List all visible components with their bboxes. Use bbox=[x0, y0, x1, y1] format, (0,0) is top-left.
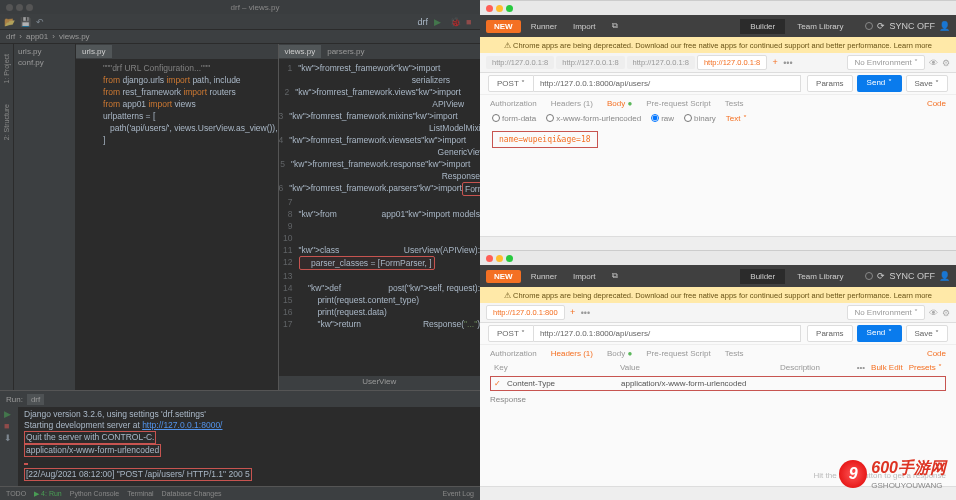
request-tab[interactable]: http://127.0.0.1:8 bbox=[556, 56, 624, 69]
url-input[interactable]: http://127.0.0.1:8000/api/users/ bbox=[534, 75, 801, 92]
new-window-icon[interactable]: ⧉ bbox=[606, 19, 624, 33]
sync-status[interactable]: ⟳SYNC OFF👤 bbox=[865, 21, 950, 31]
pm-titlebar bbox=[480, 251, 956, 265]
params-button[interactable]: Params bbox=[807, 75, 853, 92]
event-log[interactable]: Event Log bbox=[442, 490, 474, 497]
status-bar: TODO ▶ 4: Run Python Console Terminal Da… bbox=[0, 486, 480, 500]
window-controls[interactable] bbox=[6, 4, 33, 11]
run-tool[interactable]: ▶ 4: Run bbox=[34, 490, 62, 498]
more-tabs[interactable]: ••• bbox=[783, 58, 792, 68]
runner-button[interactable]: Runner bbox=[525, 20, 563, 33]
editor-tab[interactable]: urls.py bbox=[76, 45, 112, 58]
params-button[interactable]: Params bbox=[807, 325, 853, 342]
request-tab[interactable]: http://127.0.0.1:8 bbox=[697, 55, 767, 70]
structure-tool-tab[interactable]: 2: Structure bbox=[3, 104, 10, 140]
request-tabs: http://127.0.0.1:800 + ••• No Environmen… bbox=[480, 303, 956, 323]
request-tab[interactable]: http://127.0.0.1:800 bbox=[486, 305, 565, 320]
rerun-icon[interactable]: ▶ bbox=[4, 409, 14, 419]
add-tab-button[interactable]: + bbox=[567, 307, 579, 319]
radio-urlencoded[interactable]: x-www-form-urlencoded bbox=[546, 114, 641, 123]
auth-tab[interactable]: Authorization bbox=[490, 349, 537, 358]
run-config-tab[interactable]: drf bbox=[27, 394, 44, 405]
editor-right[interactable]: views.py parsers.py 1"kw">from rest_fram… bbox=[279, 44, 481, 390]
new-button[interactable]: NEW bbox=[486, 20, 521, 33]
breadcrumb[interactable]: drf › app01 › views.py bbox=[0, 30, 480, 44]
console-output[interactable]: Django version 3.2.6, using settings 'dr… bbox=[18, 407, 480, 486]
team-library-tab[interactable]: Team Library bbox=[787, 269, 853, 284]
python-console-tool[interactable]: Python Console bbox=[70, 490, 119, 497]
body-tab[interactable]: Body ● bbox=[607, 99, 632, 108]
headers-tab[interactable]: Headers (1) bbox=[551, 99, 593, 108]
import-button[interactable]: Import bbox=[567, 270, 602, 283]
project-tree[interactable]: urls.py conf.py bbox=[14, 44, 76, 390]
http-method-selector[interactable]: POST ˅ bbox=[488, 75, 534, 92]
code-link[interactable]: Code bbox=[927, 349, 946, 358]
import-button[interactable]: Import bbox=[567, 20, 602, 33]
todo-tool[interactable]: TODO bbox=[6, 490, 26, 497]
send-button[interactable]: Send ˅ bbox=[857, 75, 902, 92]
presets-link[interactable]: Presets ˅ bbox=[909, 363, 942, 372]
gear-icon[interactable]: ⚙ bbox=[942, 58, 950, 68]
sync-status[interactable]: ⟳SYNC OFF👤 bbox=[865, 271, 950, 281]
request-tab[interactable]: http://127.0.0.1:8 bbox=[627, 56, 695, 69]
team-library-tab[interactable]: Team Library bbox=[787, 19, 853, 34]
project-tool-tab[interactable]: 1: Project bbox=[3, 54, 10, 84]
undo-icon[interactable]: ↶ bbox=[36, 17, 46, 27]
headers-tab[interactable]: Headers (1) bbox=[551, 349, 593, 358]
col-value: Value bbox=[620, 363, 780, 372]
more-icon[interactable]: ••• bbox=[857, 363, 865, 372]
runner-button[interactable]: Runner bbox=[525, 270, 563, 283]
raw-type-selector[interactable]: Text ˅ bbox=[726, 114, 747, 123]
down-icon[interactable]: ⬇ bbox=[4, 433, 14, 443]
radio-binary[interactable]: binary bbox=[684, 114, 716, 123]
auth-tab[interactable]: Authorization bbox=[490, 99, 537, 108]
gear-icon[interactable]: ⚙ bbox=[942, 308, 950, 318]
open-icon[interactable]: 📂 bbox=[4, 17, 14, 27]
run-icon[interactable]: ▶ bbox=[434, 17, 444, 27]
environment-selector[interactable]: No Environment ˅ bbox=[847, 305, 925, 320]
editor-left[interactable]: urls.py """drf URL Configuration...""" f… bbox=[76, 44, 279, 390]
environment-selector[interactable]: No Environment ˅ bbox=[847, 55, 925, 70]
builder-tab[interactable]: Builder bbox=[740, 19, 785, 34]
save-icon[interactable]: 💾 bbox=[20, 17, 30, 27]
run-config-selector[interactable]: drf bbox=[417, 17, 428, 27]
http-method-selector[interactable]: POST ˅ bbox=[488, 325, 534, 342]
request-tab[interactable]: http://127.0.0.1:8 bbox=[486, 56, 554, 69]
radio-formdata[interactable]: form-data bbox=[492, 114, 536, 123]
more-tabs[interactable]: ••• bbox=[581, 308, 590, 318]
col-desc: Description bbox=[780, 363, 850, 372]
save-button[interactable]: Save ˅ bbox=[906, 325, 948, 342]
radio-raw[interactable]: raw bbox=[651, 114, 674, 123]
stop-icon[interactable]: ■ bbox=[4, 421, 14, 431]
editor-tab[interactable]: parsers.py bbox=[321, 45, 370, 58]
code-link[interactable]: Code bbox=[927, 99, 946, 108]
debug-icon[interactable]: 🐞 bbox=[450, 17, 460, 27]
tests-tab[interactable]: Tests bbox=[725, 349, 744, 358]
add-tab-button[interactable]: + bbox=[769, 57, 781, 69]
stop-icon[interactable]: ■ bbox=[466, 17, 476, 27]
eye-icon[interactable]: 👁 bbox=[929, 58, 938, 68]
checkbox-icon[interactable]: ✓ bbox=[491, 379, 503, 388]
url-input[interactable]: http://127.0.0.1:8000/api/users/ bbox=[534, 325, 801, 342]
new-button[interactable]: NEW bbox=[486, 270, 521, 283]
prereq-tab[interactable]: Pre-request Script bbox=[646, 349, 710, 358]
tests-tab[interactable]: Tests bbox=[725, 99, 744, 108]
builder-tab[interactable]: Builder bbox=[740, 269, 785, 284]
deprecation-warning: ⚠ Chrome apps are being deprecated. Down… bbox=[480, 287, 956, 303]
bulk-edit-link[interactable]: Bulk Edit bbox=[871, 363, 903, 372]
raw-body-input[interactable]: name=wupeiqi&age=18 bbox=[492, 131, 598, 148]
header-value-input[interactable]: application/x-www-form-urlencoded bbox=[621, 379, 781, 388]
terminal-tool[interactable]: Terminal bbox=[127, 490, 153, 497]
body-tab[interactable]: Body ● bbox=[607, 349, 632, 358]
database-tool[interactable]: Database Changes bbox=[162, 490, 222, 497]
editor-tab[interactable]: views.py bbox=[279, 45, 322, 58]
tool-window-tabs: 1: Project 2: Structure bbox=[0, 44, 14, 390]
prereq-tab[interactable]: Pre-request Script bbox=[646, 99, 710, 108]
save-button[interactable]: Save ˅ bbox=[906, 75, 948, 92]
send-button[interactable]: Send ˅ bbox=[857, 325, 902, 342]
header-row[interactable]: ✓ Content-Type application/x-www-form-ur… bbox=[490, 376, 946, 391]
new-window-icon[interactable]: ⧉ bbox=[606, 269, 624, 283]
headers-table: Key Value Description ••• Bulk Edit Pres… bbox=[490, 361, 946, 391]
header-key-input[interactable]: Content-Type bbox=[503, 379, 621, 388]
eye-icon[interactable]: 👁 bbox=[929, 308, 938, 318]
